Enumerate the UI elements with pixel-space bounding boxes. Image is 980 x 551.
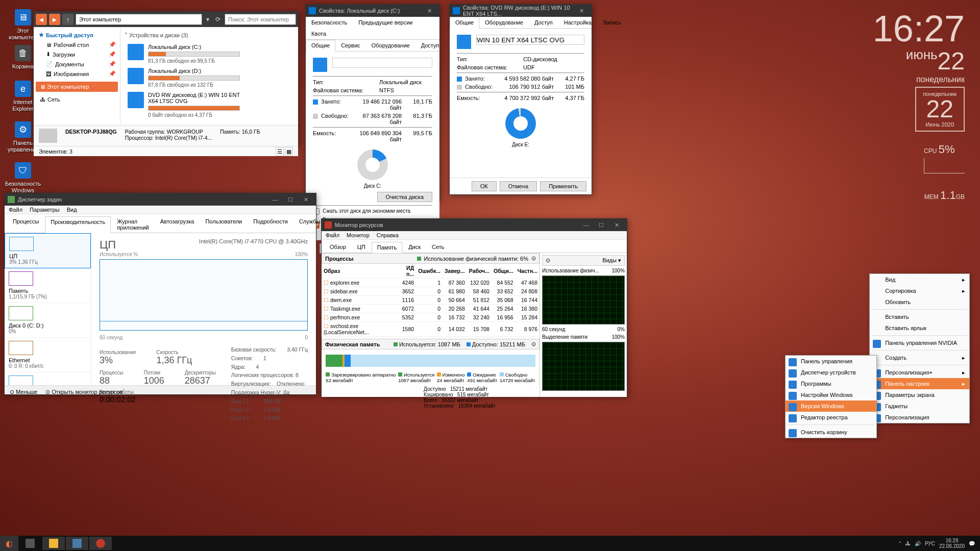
- ok-button[interactable]: ОК: [472, 181, 497, 191]
- ctx-item[interactable]: Панель управления: [786, 356, 876, 367]
- process-row[interactable]: perfmon.exe5352016 73232 24016 95615 284: [322, 313, 540, 322]
- ctx-item[interactable]: Создать: [870, 352, 969, 363]
- tray-network-icon[interactable]: 🖧: [905, 541, 911, 546]
- ctx-item[interactable]: Редактор реестра: [786, 412, 876, 423]
- tab-cust[interactable]: Настройка: [558, 17, 597, 28]
- tm-tab[interactable]: Процессы: [8, 216, 44, 233]
- tray-action-center-icon[interactable]: 💬: [969, 541, 975, 546]
- taskbar-taskmgr[interactable]: [66, 537, 88, 550]
- refresh-icon[interactable]: ⟳: [213, 16, 223, 23]
- ctx-item[interactable]: Панель управления NVIDIA: [870, 337, 969, 348]
- tray-lang[interactable]: РУС: [925, 541, 935, 546]
- tm-tab[interactable]: Производительность: [45, 216, 111, 233]
- close-icon[interactable]: ✕: [299, 195, 313, 204]
- rm-tab[interactable]: Память: [372, 242, 402, 253]
- tab-quota[interactable]: Квота: [306, 28, 332, 39]
- task-view-button[interactable]: [19, 537, 41, 550]
- ctx-item[interactable]: Обновить: [870, 296, 969, 308]
- tm-tab[interactable]: Автозагрузка: [155, 216, 200, 233]
- ctx-item[interactable]: Панель настроек: [870, 378, 969, 389]
- tab-general[interactable]: Общие: [306, 40, 335, 52]
- min-icon[interactable]: —: [268, 195, 282, 204]
- menu-monitor[interactable]: Монитор: [347, 232, 370, 238]
- collapse-icon[interactable]: ⊙: [531, 341, 536, 347]
- tm-tab[interactable]: Подробности: [248, 216, 293, 233]
- taskbar-resmon[interactable]: [89, 537, 112, 550]
- sidebar-documents[interactable]: 📄 Документы 📌: [36, 59, 118, 69]
- menu-view[interactable]: Вид: [67, 207, 77, 213]
- cleanup-button[interactable]: Очистка диска: [377, 192, 432, 202]
- compress-check[interactable]: Сжать этот диск для экономии места: [313, 208, 432, 215]
- tab-rec[interactable]: Запись: [597, 17, 627, 28]
- sidebar-downloads[interactable]: ⬇ Загрузки 📌: [36, 49, 118, 59]
- ctx-item[interactable]: Параметры экрана: [870, 389, 969, 400]
- tm-card[interactable]: Диск 0 (C: D:)0%: [5, 303, 91, 338]
- process-row[interactable]: dwm.exe1116050 66451 81235 06816 744: [322, 296, 540, 305]
- start-button[interactable]: ◐: [0, 536, 18, 551]
- desktop-icon-security[interactable]: 🛡Безопасность Windows: [5, 162, 41, 194]
- forward-button[interactable]: ►: [49, 14, 60, 25]
- open-resmon-link[interactable]: ⊙ Открыть монитор ресурсов: [45, 389, 122, 395]
- address-bar[interactable]: [76, 14, 202, 25]
- ctx-item[interactable]: Сортировка: [870, 285, 969, 296]
- close-icon[interactable]: ✕: [609, 220, 624, 230]
- ctx-item[interactable]: Очистить корзину: [786, 427, 876, 438]
- sidebar-network[interactable]: 🖧 Сеть: [36, 95, 118, 104]
- cancel-button[interactable]: Отмена: [500, 181, 537, 191]
- volume-label-input[interactable]: [476, 35, 584, 45]
- physmem-header[interactable]: Физическая память Используется: 1087 МБ …: [322, 339, 540, 349]
- ctx-item[interactable]: Вид: [870, 274, 969, 285]
- fewer-button[interactable]: ⊙ Меньше: [10, 389, 37, 395]
- dropdown-icon[interactable]: ▾: [618, 257, 621, 263]
- min-icon[interactable]: —: [579, 220, 593, 230]
- rm-tab[interactable]: Обзор: [325, 242, 351, 253]
- ctx-item[interactable]: Версия Windows: [786, 400, 876, 412]
- menu-options[interactable]: Параметры: [30, 207, 60, 213]
- tm-card[interactable]: ЦП3% 1,36 ГГц: [5, 233, 91, 268]
- tm-tab[interactable]: Журнал приложений: [112, 216, 154, 233]
- tm-card[interactable]: Графический проNVIDIA GeForce GTX 10... …: [5, 372, 91, 385]
- tab-prev[interactable]: Предыдущие версии: [353, 17, 418, 28]
- collapse-icon[interactable]: ⊙: [531, 255, 536, 262]
- rm-tab[interactable]: Диск: [403, 242, 426, 253]
- dropdown-icon[interactable]: ▾: [204, 16, 211, 23]
- volume-label-input[interactable]: [332, 58, 432, 68]
- search-input[interactable]: [225, 14, 296, 25]
- view-icons-icon[interactable]: ▦: [285, 147, 293, 156]
- sidebar-desktop[interactable]: 🖥 Рабочий стол 📌: [36, 40, 118, 49]
- process-row[interactable]: explorer.exe4248187 360132 02084 55247 4…: [322, 279, 540, 287]
- process-row[interactable]: Taskmgr.exe6072020 26841 64425 26416 380: [322, 305, 540, 313]
- sidebar-this-pc[interactable]: 🖥 Этот компьютер: [36, 82, 118, 92]
- process-row[interactable]: svchost.exe (LocalServiceNet...1580014 0…: [322, 322, 540, 337]
- back-button[interactable]: ◄: [36, 14, 47, 25]
- view-details-icon[interactable]: ☰: [276, 147, 284, 156]
- sidebar-pictures[interactable]: 🖼 Изображения 📌: [36, 69, 118, 79]
- up-button[interactable]: ↑: [62, 14, 74, 25]
- tab-general[interactable]: Общие: [450, 17, 479, 29]
- tab-hw[interactable]: Оборудование: [366, 40, 415, 51]
- drive-item[interactable]: Локальный диск (C:)81,3 ГБ свободно из 9…: [128, 44, 240, 64]
- ctx-item[interactable]: Программы: [786, 378, 876, 389]
- ctx-item[interactable]: Вставить ярлык: [870, 322, 969, 334]
- drive-item[interactable]: DVD RW дисковод (E:) WIN 10 ENT X64 LTSC…: [128, 92, 240, 118]
- ctx-item[interactable]: Персонализация+: [870, 367, 969, 378]
- tab-tools[interactable]: Сервис: [335, 40, 366, 51]
- apply-button[interactable]: Применить: [540, 181, 586, 191]
- sidebar-quick-access[interactable]: ★ Быстрый доступ: [36, 30, 118, 40]
- ctx-item[interactable]: Диспетчер устройств: [786, 367, 876, 378]
- section-header[interactable]: ˅ Устройства и диски (3): [125, 31, 294, 42]
- processes-header[interactable]: ПроцессыИспользование физической памяти:…: [322, 253, 540, 264]
- tab-share[interactable]: Доступ: [529, 17, 558, 28]
- tm-tab[interactable]: Пользователи: [200, 216, 247, 233]
- expand-icon[interactable]: ⊙: [546, 257, 550, 264]
- max-icon[interactable]: ☐: [283, 195, 298, 204]
- process-row[interactable]: sidebar.exe3652061 98058 46033 65224 808: [322, 287, 540, 296]
- menu-file[interactable]: Файл: [9, 207, 22, 213]
- tab-hw[interactable]: Оборудование: [479, 17, 529, 28]
- ctx-item[interactable]: Настройки Windows: [786, 389, 876, 400]
- rm-tab[interactable]: ЦП: [352, 242, 371, 253]
- drive-item[interactable]: Локальный диск (D:)87,8 ГБ свободно из 1…: [128, 68, 240, 88]
- menu-file[interactable]: Файл: [326, 232, 339, 238]
- close-icon[interactable]: ✕: [422, 6, 436, 15]
- max-icon[interactable]: ☐: [594, 220, 608, 230]
